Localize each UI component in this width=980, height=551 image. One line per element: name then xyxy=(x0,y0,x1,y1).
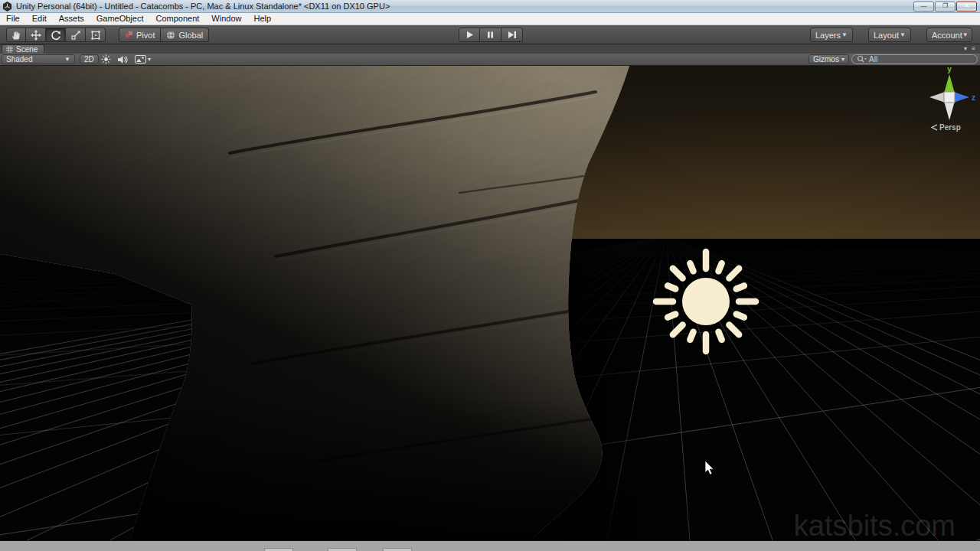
unity-logo-icon xyxy=(2,2,12,11)
grid-tab-icon xyxy=(6,46,13,53)
search-icon xyxy=(857,55,867,64)
lighting-icon xyxy=(101,54,111,64)
scale-tool-icon xyxy=(70,30,81,41)
tab-strip: Scene ▾ ≡ xyxy=(0,44,980,54)
chevron-down-icon: ▼ xyxy=(64,57,70,63)
axis-y-label: y xyxy=(947,66,952,73)
taskbar-hint xyxy=(328,548,357,551)
effects-dropdown[interactable]: ▾ xyxy=(135,54,151,64)
chevron-down-icon: ▼ xyxy=(900,32,906,38)
pivot-toggle[interactable]: Pivot xyxy=(119,28,161,42)
gizmo-center-cube[interactable] xyxy=(944,92,955,103)
search-input[interactable] xyxy=(869,55,961,64)
2d-label: 2D xyxy=(84,55,94,64)
play-icon xyxy=(466,31,474,39)
pivot-label: Pivot xyxy=(136,31,155,40)
global-label: Global xyxy=(178,31,203,40)
tool-move[interactable] xyxy=(26,28,46,42)
chevron-down-icon: ▼ xyxy=(841,32,848,38)
tab-scene[interactable]: Scene xyxy=(2,44,44,54)
play-button[interactable] xyxy=(459,28,480,42)
scene-viewport[interactable]: y z Persp katsbits.com xyxy=(0,66,980,540)
pivot-global-group: Pivot Global xyxy=(119,28,209,42)
chevron-down-icon: ▾ xyxy=(148,57,151,63)
audio-toggle[interactable] xyxy=(117,54,128,64)
chevron-down-icon: ▼ xyxy=(962,32,969,38)
hand-tool-icon xyxy=(11,30,21,41)
sun-gizmo-icon[interactable] xyxy=(656,252,756,351)
gizmos-label: Gizmos xyxy=(813,55,839,64)
pivot-icon xyxy=(125,31,133,39)
window-title: Unity Personal (64bit) - Untitled - Cata… xyxy=(16,0,913,12)
projection-label[interactable]: Persp xyxy=(939,123,961,132)
shading-mode-label: Shaded xyxy=(6,55,32,64)
transform-tool-group xyxy=(6,28,106,42)
menu-component[interactable]: Component xyxy=(149,13,205,24)
menu-bar: File Edit Assets GameObject Component Wi… xyxy=(0,13,980,25)
watermark: katsbits.com xyxy=(794,510,956,540)
tool-hand[interactable] xyxy=(6,28,26,42)
scene-canvas[interactable]: y z Persp katsbits.com xyxy=(0,66,980,540)
menu-file[interactable]: File xyxy=(0,13,26,24)
lighting-toggle[interactable] xyxy=(101,54,111,64)
global-icon xyxy=(166,31,175,40)
restore-button[interactable]: ❐ xyxy=(935,2,956,11)
pause-icon xyxy=(486,31,495,39)
global-toggle[interactable]: Global xyxy=(161,28,209,42)
rotate-tool-icon xyxy=(51,30,61,41)
account-label: Account xyxy=(932,31,962,40)
shading-mode-dropdown[interactable]: Shaded ▼ xyxy=(2,54,75,64)
status-bar xyxy=(0,540,980,551)
taskbar-hint xyxy=(264,548,293,551)
menu-gameobject[interactable]: GameObject xyxy=(90,13,150,24)
chevron-down-icon: ▾ xyxy=(841,57,844,63)
rect-tool-icon xyxy=(90,30,101,41)
tool-rect[interactable] xyxy=(86,28,106,42)
menu-edit[interactable]: Edit xyxy=(26,13,53,24)
tool-rotate[interactable] xyxy=(46,28,66,42)
minimize-button[interactable]: — xyxy=(913,2,934,11)
gizmos-dropdown[interactable]: Gizmos ▾ xyxy=(808,54,849,64)
layout-dropdown[interactable]: Layout▼ xyxy=(868,28,911,42)
menu-window[interactable]: Window xyxy=(205,13,247,24)
title-bar[interactable]: Unity Personal (64bit) - Untitled - Cata… xyxy=(0,0,980,13)
scene-toolbar: Shaded ▼ 2D ▾ Gizmos ▾ xyxy=(0,54,980,66)
account-dropdown[interactable]: Account▼ xyxy=(926,28,972,42)
layers-dropdown[interactable]: Layers▼ xyxy=(810,28,853,42)
2d-toggle[interactable]: 2D xyxy=(80,54,99,64)
menu-assets[interactable]: Assets xyxy=(53,13,90,24)
effects-icon xyxy=(135,55,146,64)
menu-help[interactable]: Help xyxy=(247,13,277,24)
playback-group xyxy=(459,28,523,42)
tab-scene-label: Scene xyxy=(16,46,38,54)
scene-search[interactable] xyxy=(851,54,978,64)
unity-toolbar: Pivot Global Layers▼ Layout▼ Account▼ xyxy=(0,25,980,44)
step-button[interactable] xyxy=(501,28,523,42)
panel-menu-icon[interactable]: ▾ ≡ xyxy=(964,45,977,52)
taskbar-hint xyxy=(383,548,412,551)
move-tool-icon xyxy=(31,30,41,41)
tool-scale[interactable] xyxy=(66,28,86,42)
layout-label: Layout xyxy=(874,31,899,40)
layers-label: Layers xyxy=(815,31,841,40)
step-icon xyxy=(508,31,517,39)
close-button[interactable]: ✕ xyxy=(956,2,977,11)
audio-icon xyxy=(117,55,128,64)
axis-z-label: z xyxy=(972,93,975,102)
pause-button[interactable] xyxy=(480,28,501,42)
